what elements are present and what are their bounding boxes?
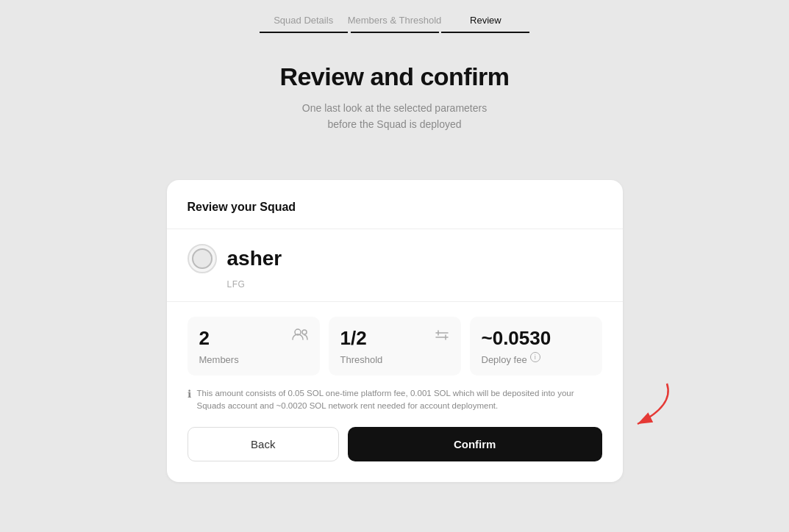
stat-threshold: 1/2 Threshold <box>329 317 461 375</box>
stat-deploy-fee-label: Deploy fee <box>482 354 527 365</box>
step-squad-details-label: Squad Details <box>274 15 333 26</box>
stat-deploy-fee-value: ~0.0530 <box>482 327 551 350</box>
squad-name: asher <box>227 247 282 270</box>
review-card: Review your Squad asher LFG 2 <box>167 180 623 483</box>
deploy-fee-label-row: Deploy fee i <box>482 350 590 365</box>
info-note: ℹ This amount consists of 0.05 SOL one-t… <box>188 387 602 413</box>
subtitle-line1: One last look at the selected parameters <box>302 102 487 114</box>
page-subtitle: One last look at the selected parameters… <box>302 100 487 133</box>
stat-members-value: 2 <box>199 327 210 350</box>
confirm-button[interactable]: Confirm <box>348 427 602 461</box>
stat-threshold-top: 1/2 <box>340 327 449 350</box>
step-members-threshold-label: Members & Threshold <box>348 15 442 26</box>
card-wrapper: Review your Squad asher LFG 2 <box>167 157 623 483</box>
stat-deploy-fee: ~0.0530 Deploy fee i <box>470 317 602 375</box>
stat-threshold-label: Threshold <box>340 354 449 365</box>
step-squad-details: Squad Details <box>260 15 348 33</box>
stepper: Squad Details Members & Threshold Review <box>174 0 615 33</box>
step-members-threshold: Members & Threshold <box>348 15 442 33</box>
stat-members-label: Members <box>199 354 308 365</box>
members-icon <box>292 328 308 344</box>
step-members-threshold-line <box>351 32 439 33</box>
back-button[interactable]: Back <box>188 427 339 461</box>
card-title: Review your Squad <box>188 201 602 214</box>
step-squad-details-line <box>260 32 348 33</box>
step-review: Review <box>441 15 529 33</box>
avatar <box>188 244 217 273</box>
deploy-fee-info-icon[interactable]: i <box>530 352 540 362</box>
info-note-text: This amount consists of 0.05 SOL one-tim… <box>197 387 602 413</box>
card-divider-top <box>167 229 623 229</box>
squad-tag: LFG <box>227 279 602 290</box>
page-title: Review and confirm <box>279 62 509 91</box>
svg-point-1 <box>302 330 307 334</box>
threshold-icon <box>435 328 449 345</box>
step-review-label: Review <box>470 15 501 26</box>
stat-threshold-value: 1/2 <box>340 327 367 350</box>
card-divider-mid <box>167 301 623 302</box>
stat-deploy-fee-top: ~0.0530 <box>482 327 590 350</box>
stat-members-top: 2 <box>199 327 308 350</box>
step-review-line <box>441 32 529 33</box>
info-note-icon: ℹ <box>188 388 191 400</box>
stat-members: 2 Members <box>188 317 320 375</box>
squad-identity: asher <box>188 244 602 273</box>
button-row: Back Confirm <box>188 427 602 461</box>
avatar-inner <box>192 248 213 269</box>
subtitle-line2: before the Squad is deployed <box>327 118 461 130</box>
stats-row: 2 Members 1/2 <box>188 317 602 375</box>
